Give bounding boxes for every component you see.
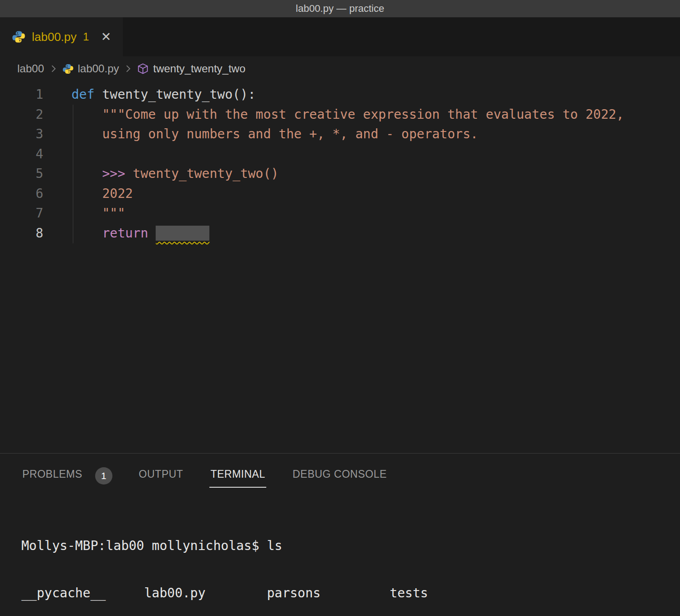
code-line: 8 return (0, 223, 680, 243)
symbol-cube-icon (137, 63, 149, 75)
titlebar: lab00.py — practice (0, 0, 680, 17)
tab-debug-console[interactable]: DEBUG CONSOLE (292, 466, 388, 488)
close-icon[interactable]: ✕ (101, 31, 112, 43)
problems-label: PROBLEMS (21, 466, 83, 488)
breadcrumb-symbol[interactable]: twenty_twenty_two (153, 62, 245, 75)
indent-guide (73, 105, 73, 243)
breadcrumb-folder[interactable]: lab00 (17, 62, 44, 75)
tab-lab00py[interactable]: lab00.py 1 ✕ (0, 17, 123, 56)
python-icon (12, 30, 25, 44)
code-line: 4 (0, 144, 680, 164)
line-number: 5 (0, 164, 71, 184)
code-text: """ (71, 203, 125, 223)
terminal-output[interactable]: Mollys-MBP:lab00 mollynicholas$ ls __pyc… (21, 507, 680, 616)
line-number: 3 (0, 124, 71, 144)
code-text: """Come up with the most creative expres… (71, 105, 624, 125)
tab-filename: lab00.py (32, 30, 76, 44)
breadcrumb-file[interactable]: lab00.py (78, 62, 119, 75)
code-line: 7 """ (0, 203, 680, 223)
bottom-panel: PROBLEMS 1 OUTPUT TERMINAL DEBUG CONSOLE… (0, 453, 680, 616)
line-number: 7 (0, 203, 71, 223)
code-text: >>> twenty_twenty_two() (71, 164, 279, 184)
tab-terminal[interactable]: TERMINAL (209, 466, 266, 488)
python-icon (62, 63, 74, 75)
code-text: def twenty_twenty_two(): (71, 85, 256, 105)
breadcrumb: lab00 lab00.py twenty_twenty_two (0, 56, 680, 81)
tab-strip: lab00.py 1 ✕ (0, 17, 680, 56)
tab-output[interactable]: OUTPUT (138, 466, 184, 488)
line-number: 2 (0, 105, 71, 125)
code-text: 2022 (71, 184, 133, 204)
window-title: lab00.py — practice (296, 3, 384, 15)
code-line: 6 2022 (0, 184, 680, 204)
code-editor[interactable]: 1 def twenty_twenty_two(): 2 """Come up … (0, 81, 680, 453)
line-number: 4 (0, 144, 71, 164)
code-text: using only numbers and the +, *, and - o… (71, 124, 478, 144)
code-line: 1 def twenty_twenty_two(): (0, 85, 680, 105)
line-number: 6 (0, 184, 71, 204)
code-line: 3 using only numbers and the +, *, and -… (0, 124, 680, 144)
code-line: 5 >>> twenty_twenty_two() (0, 164, 680, 184)
line-number: 8 (0, 223, 71, 243)
terminal-line: Mollys-MBP:lab00 mollynicholas$ ls (21, 538, 680, 554)
code-line: 2 """Come up with the most creative expr… (0, 105, 680, 125)
chevron-right-icon (48, 64, 58, 74)
tab-problems-badge: 1 (83, 30, 89, 43)
terminal-line: __pycache__ lab00.py parsons tests (21, 586, 680, 601)
line-number: 1 (0, 85, 71, 105)
problems-count-badge: 1 (95, 467, 112, 485)
tab-problems[interactable]: PROBLEMS 1 (21, 466, 112, 488)
chevron-right-icon (123, 64, 133, 74)
code-text: return (71, 223, 209, 243)
panel-tab-bar: PROBLEMS 1 OUTPUT TERMINAL DEBUG CONSOLE (0, 454, 680, 488)
warning-selection (156, 226, 209, 241)
